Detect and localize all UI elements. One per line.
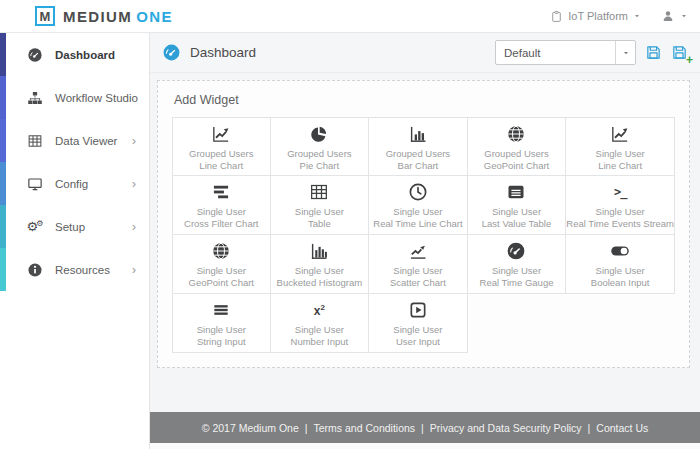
widget-type-label: Line Chart [598, 160, 642, 172]
widget-single-user-last-value-table[interactable]: Single UserLast Value Table [468, 176, 567, 235]
sidebar-item-data-viewer[interactable]: Data Viewer› [0, 119, 149, 162]
widget-grouped-users-bar-chart[interactable]: Grouped UsersBar Chart [369, 117, 468, 176]
top-bar: M MEDIUMONE IoT Platform [0, 0, 700, 33]
x2-icon: x2 [309, 300, 329, 320]
pie-chart-icon [309, 124, 329, 144]
widget-single-user-string-input[interactable]: Single UserString Input [172, 294, 271, 353]
widget-single-user-number-input[interactable]: x2Single UserNumber Input [271, 294, 370, 353]
widget-group-label: Grouped Users [189, 147, 253, 160]
globe-icon [506, 124, 526, 144]
widget-single-user-real-time-events-stream[interactable]: >_Single UserReal Time Events Stream [566, 176, 675, 235]
widget-group-label: Grouped Users [386, 147, 450, 160]
sidebar-item-setup[interactable]: ⚙⚙Setup› [0, 205, 149, 248]
widget-group-label: Single User [492, 205, 541, 218]
dashboard-select[interactable]: Default [495, 40, 636, 65]
sidebar-item-config[interactable]: Config› [0, 162, 149, 205]
logo-m-icon: M [35, 6, 55, 26]
widget-grouped-users-geopoint-chart[interactable]: Grouped UsersGeoPoint Chart [468, 117, 567, 176]
header-right: IoT Platform [550, 9, 688, 23]
toggle-icon [610, 241, 630, 261]
line-chart-icon [211, 124, 231, 144]
widget-group-label: Grouped Users [484, 147, 548, 160]
widget-type-label: Real Time Events Stream [566, 218, 674, 230]
widget-grid: Grouped UsersLine ChartGrouped UsersPie … [172, 117, 675, 353]
widget-group-label: Single User [393, 323, 442, 336]
widget-group-label: Single User [393, 205, 442, 218]
sidebar-item-workflow-studio[interactable]: Workflow Studio [0, 76, 149, 119]
table-icon [309, 182, 329, 202]
widget-single-user-bucketed-histogram[interactable]: Single UserBucketed Histogram [271, 235, 370, 294]
sidebar-item-dashboard[interactable]: Dashboard [0, 33, 149, 76]
sidebar-item-label: Resources [55, 264, 110, 276]
medium-one-logo: M MEDIUMONE [35, 6, 173, 26]
widget-single-user-user-input[interactable]: Single UserUser Input [369, 294, 468, 353]
widget-group-label: Single User [295, 205, 344, 218]
clipboard-icon [550, 10, 563, 23]
gauge-filled-icon [27, 47, 43, 63]
footer-bottom-strip [150, 443, 700, 449]
widget-group-label: Single User [295, 264, 344, 277]
widget-single-user-geopoint-chart[interactable]: Single UserGeoPoint Chart [172, 235, 271, 294]
widget-grouped-users-pie-chart[interactable]: Grouped UsersPie Chart [271, 117, 370, 176]
save-dashboard-as-button[interactable]: + [671, 44, 688, 61]
widget-type-label: Last Value Table [482, 218, 551, 230]
footer-separator: | [421, 422, 424, 434]
clock-icon [408, 182, 428, 202]
line-chart-icon [610, 124, 630, 144]
list-table-icon [506, 182, 526, 202]
terminal-icon: >_ [610, 182, 630, 202]
main-header-controls: Default + [495, 40, 688, 65]
widget-type-label: Real Time Gauge [480, 277, 554, 289]
main-content: Add Widget Grouped UsersLine ChartGroupe… [150, 73, 700, 412]
sidebar-accent-strip [0, 33, 6, 291]
widget-group-label: Single User [596, 147, 645, 160]
brand-medium: MEDIUM [63, 8, 132, 25]
footer-link-terms-and-conditions[interactable]: Terms and Conditions [314, 422, 416, 434]
widget-type-label: Scatter Chart [390, 277, 446, 289]
widget-type-label: Table [308, 218, 331, 230]
select-caret-icon [615, 41, 635, 64]
chevron-right-icon: › [132, 134, 136, 147]
widget-single-user-table[interactable]: Single UserTable [271, 176, 370, 235]
widget-single-user-real-time-line-chart[interactable]: Single UserReal Time Line Chart [369, 176, 468, 235]
sidebar-item-resources[interactable]: Resources› [0, 248, 149, 291]
caret-down-icon [680, 12, 688, 20]
widget-grouped-users-line-chart[interactable]: Grouped UsersLine Chart [172, 117, 271, 176]
platform-menu-label: IoT Platform [568, 10, 628, 22]
widget-type-label: User Input [396, 336, 440, 348]
save-dashboard-button[interactable] [645, 44, 662, 61]
caret-down-icon [633, 12, 641, 20]
widget-single-user-scatter-chart[interactable]: Single UserScatter Chart [369, 235, 468, 294]
sidebar: DashboardWorkflow StudioData Viewer›Conf… [0, 33, 150, 449]
lines-icon [211, 300, 231, 320]
footer-separator: | [588, 422, 591, 434]
play-box-icon [408, 300, 428, 320]
widget-type-label: Number Input [291, 336, 349, 348]
widget-group-label: Grouped Users [287, 147, 351, 160]
dashboard-select-value: Default [496, 47, 615, 59]
widget-group-label: Single User [393, 264, 442, 277]
table-icon [27, 133, 43, 149]
footer-copyright: © 2017 Medium One [202, 422, 299, 434]
globe-icon [211, 241, 231, 261]
gears-icon: ⚙⚙ [27, 219, 43, 235]
page-title: Dashboard [190, 45, 256, 60]
user-menu[interactable] [661, 9, 688, 23]
widget-single-user-cross-filter-chart[interactable]: Single UserCross Filter Chart [172, 176, 271, 235]
monitor-icon [27, 176, 43, 192]
cross-filter-icon [211, 182, 231, 202]
gauge-filled-icon [506, 241, 526, 261]
main-header: Dashboard Default + [150, 33, 700, 73]
bar-chart-icon [408, 124, 428, 144]
info-icon [27, 262, 43, 278]
sidebar-item-label: Config [55, 178, 88, 190]
footer-link-contact-us[interactable]: Contact Us [596, 422, 648, 434]
footer-link-privacy-and-data-security-policy[interactable]: Privacy and Data Security Policy [430, 422, 582, 434]
widget-group-label: Single User [492, 264, 541, 277]
widget-type-label: Cross Filter Chart [184, 218, 258, 230]
widget-single-user-real-time-gauge[interactable]: Single UserReal Time Gauge [468, 235, 567, 294]
scatter-icon [408, 241, 428, 261]
widget-single-user-boolean-input[interactable]: Single UserBoolean Input [566, 235, 675, 294]
widget-single-user-line-chart[interactable]: Single UserLine Chart [566, 117, 675, 176]
platform-menu[interactable]: IoT Platform [550, 10, 641, 23]
